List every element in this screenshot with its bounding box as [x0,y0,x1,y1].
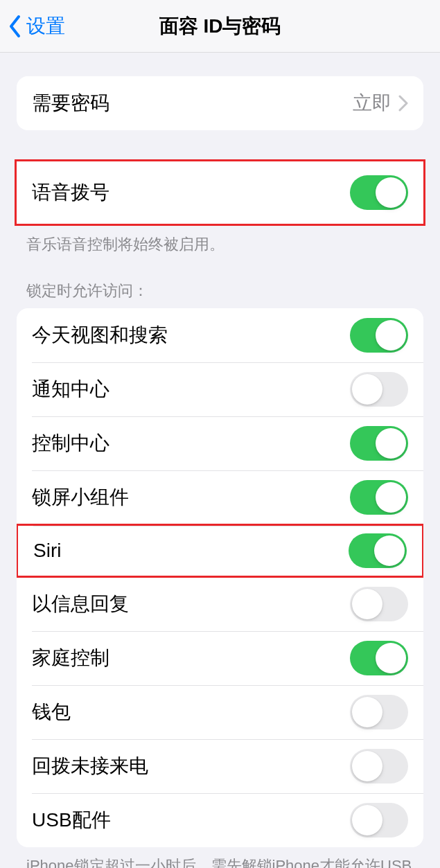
lock-access-label: 钱包 [32,699,71,725]
toggle-knob [352,374,382,405]
require-passcode-label: 需要密码 [32,90,109,116]
toggle-knob [376,320,406,351]
lock-access-header: 锁定时允许访问： [26,281,414,301]
navigation-bar: 设置 面容 ID与密码 [0,0,440,53]
voice-dial-toggle[interactable] [350,175,408,210]
back-button[interactable]: 设置 [0,13,65,39]
page-title: 面容 ID与密码 [159,13,281,39]
voice-dial-row: 语音拨号 [17,166,423,220]
lock-access-toggle[interactable] [350,803,408,838]
toggle-knob [376,428,406,459]
lock-access-label: 控制中心 [32,430,109,457]
toggle-knob [352,751,382,781]
toggle-knob [352,805,382,835]
lock-access-toggle[interactable] [350,318,408,353]
lock-access-label: 以信息回复 [32,591,129,617]
lock-access-label: 回拨未接来电 [32,753,148,779]
lock-access-toggle[interactable] [350,426,408,461]
voice-dial-group: 语音拨号 [15,159,425,226]
lock-access-row: 通知中心 [17,362,423,416]
lock-access-row: 控制中心 [17,416,423,470]
lock-access-row: 钱包 [17,685,423,739]
require-passcode-value: 立即 [353,90,391,116]
lock-access-label: 家庭控制 [32,645,109,671]
lock-access-footer: iPhone锁定超过一小时后，需先解锁iPhone才能允许USB配件连接。 [26,856,414,868]
toggle-knob [352,589,382,619]
lock-access-toggle[interactable] [350,641,408,675]
back-label: 设置 [26,13,65,39]
lock-access-row: 锁屏小组件 [17,470,423,524]
lock-access-toggle[interactable] [349,533,407,568]
voice-dial-label: 语音拨号 [32,179,109,206]
lock-access-row: Siri [17,524,423,578]
lock-access-row: 今天视图和搜索 [17,308,423,362]
lock-access-row: 以信息回复 [17,577,423,631]
toggle-knob [376,482,406,513]
lock-access-toggle[interactable] [350,587,408,621]
toggle-knob [376,643,406,673]
lock-access-label: Siri [33,540,61,562]
lock-access-toggle[interactable] [350,695,408,729]
toggle-knob [352,697,382,727]
lock-access-row: USB配件 [17,793,423,847]
lock-access-label: 通知中心 [32,376,109,402]
lock-access-label: 今天视图和搜索 [32,322,168,348]
lock-access-row: 家庭控制 [17,631,423,685]
chevron-right-icon [398,95,408,112]
voice-dial-footer: 音乐语音控制将始终被启用。 [26,234,414,256]
lock-access-label: USB配件 [32,807,111,833]
require-passcode-row[interactable]: 需要密码 立即 [17,76,423,130]
lock-access-label: 锁屏小组件 [32,484,129,511]
lock-access-row: 回拨未接来电 [17,739,423,793]
toggle-knob [374,535,405,566]
chevron-left-icon [8,15,22,38]
row-value-wrap: 立即 [353,90,408,116]
passcode-group: 需要密码 立即 [17,76,423,130]
lock-access-toggle[interactable] [350,749,408,783]
lock-access-group: 今天视图和搜索通知中心控制中心锁屏小组件Siri以信息回复家庭控制钱包回拨未接来… [17,308,423,847]
lock-access-toggle[interactable] [350,480,408,515]
toggle-knob [376,177,406,208]
lock-access-toggle[interactable] [350,372,408,407]
